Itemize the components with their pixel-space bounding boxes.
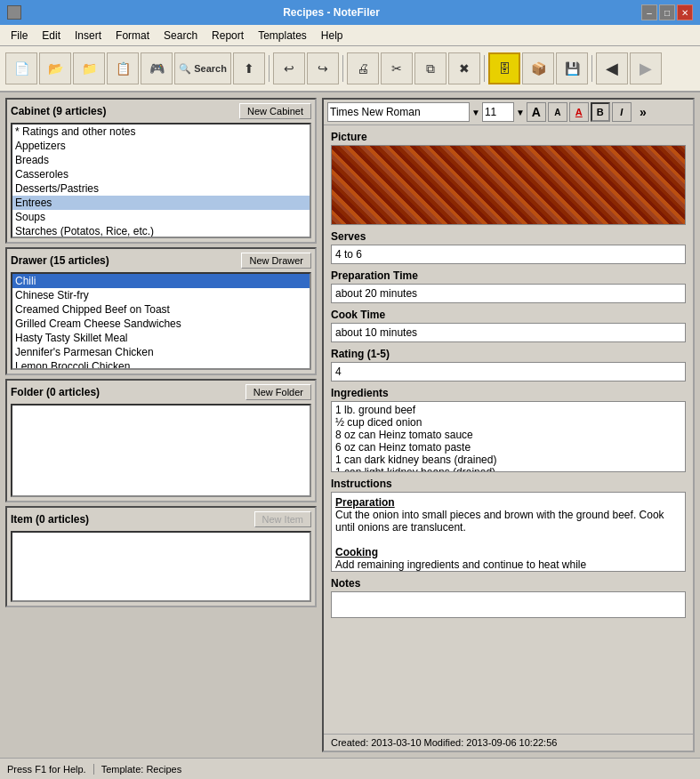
undo-button[interactable]: ↩	[273, 52, 305, 84]
minimize-button[interactable]: –	[641, 4, 657, 20]
folder-header: Folder (0 articles) New Folder	[11, 384, 311, 400]
list-item[interactable]: Jennifer's Parmesan Chicken	[12, 345, 310, 359]
ingredients-label: Ingredients	[331, 387, 686, 399]
format-expand-button[interactable]: »	[633, 102, 653, 122]
item-list[interactable]	[11, 531, 311, 602]
folder-list[interactable]	[11, 404, 311, 497]
rating-label: Rating (1-5)	[331, 348, 686, 360]
italic-button[interactable]: I	[612, 102, 632, 122]
new-drawer-button[interactable]: New Drawer	[241, 253, 311, 269]
left-panel: Cabinet (9 articles) New Cabinet * Ratin…	[5, 98, 317, 752]
item-section: Item (0 articles) New Item	[5, 506, 317, 607]
template-text: Template: Recipes	[101, 764, 182, 775]
forward-button[interactable]: ▶	[630, 52, 662, 84]
list-item[interactable]: Hasty Tasty Skillet Meal	[12, 331, 310, 345]
ingredients-area[interactable]: 1 lb. ground beef ½ cup diced onion 8 oz…	[331, 401, 686, 472]
menu-format[interactable]: Format	[109, 25, 157, 45]
font-shrink-button[interactable]: A	[548, 102, 567, 122]
open-button[interactable]: 📂	[39, 52, 71, 84]
new-item-button[interactable]: New Item	[254, 511, 311, 527]
back-button[interactable]: ◀	[596, 52, 628, 84]
font-grow-button[interactable]: A	[527, 102, 546, 122]
font-size-dropdown-icon[interactable]: ▼	[516, 108, 525, 117]
font-color-button[interactable]: A	[569, 102, 589, 122]
list-item[interactable]: * Ratings and other notes	[12, 124, 310, 139]
instructions-area[interactable]: Preparation Cut the onion into small pie…	[331, 492, 686, 572]
font-select[interactable]	[327, 102, 470, 122]
export-button[interactable]: 📋	[107, 52, 139, 84]
new-folder-button[interactable]: New Folder	[245, 384, 311, 400]
instructions-preparation: Preparation	[335, 496, 681, 509]
list-item-entrees[interactable]: Entrees	[12, 196, 310, 210]
created-bar: Created: 2013-03-10 Modified: 2013-09-06…	[324, 734, 693, 751]
menu-search[interactable]: Search	[157, 25, 205, 45]
list-item[interactable]: Creamed Chipped Beef on Toast	[12, 302, 310, 317]
instructions-cooking: Cooking	[335, 546, 681, 558]
drawer-header: Drawer (15 articles) New Drawer	[11, 253, 311, 269]
list-item[interactable]: Lemon Broccoli Chicken	[12, 359, 310, 370]
menubar: File Edit Insert Format Search Report Te…	[0, 25, 700, 46]
font-dropdown-icon[interactable]: ▼	[471, 108, 480, 117]
cabinet-header: Cabinet (9 articles) New Cabinet	[11, 103, 311, 119]
drawer-title: Drawer (15 articles)	[11, 254, 109, 267]
delete-button[interactable]: ✖	[448, 52, 480, 84]
redo-button[interactable]: ↪	[307, 52, 339, 84]
new-cabinet-button[interactable]: New Cabinet	[239, 103, 311, 119]
cook-time-field[interactable]	[331, 323, 686, 342]
menu-report[interactable]: Report	[205, 25, 251, 45]
toolbar-separator-4	[591, 55, 592, 82]
joystick-button[interactable]: 🎮	[141, 52, 173, 84]
list-item[interactable]: Soups	[12, 210, 310, 224]
picture-image	[332, 146, 685, 224]
save-new-button[interactable]: 📁	[73, 52, 105, 84]
app-icon	[7, 5, 21, 20]
list-item[interactable]: Appetizers	[12, 139, 310, 153]
cabinet-list[interactable]: * Ratings and other notes Appetizers Bre…	[11, 123, 311, 238]
cabinet-title: Cabinet (9 articles)	[11, 105, 106, 117]
ingredient-line: 6 oz can Heinz tomato paste	[335, 441, 681, 454]
ingredient-line: 1 lb. ground beef	[335, 404, 681, 416]
titlebar: Recipes - NoteFiler – □ ✕	[0, 0, 700, 25]
prep-time-field[interactable]	[331, 284, 686, 303]
search-icon: 🔍	[179, 63, 191, 75]
copy-button[interactable]: ⧉	[414, 52, 447, 84]
menu-file[interactable]: File	[4, 25, 35, 45]
rating-field[interactable]	[331, 362, 686, 381]
menu-help[interactable]: Help	[314, 25, 350, 45]
search-button[interactable]: 🔍 Search	[174, 52, 231, 84]
floppy-button[interactable]: 💾	[556, 52, 588, 84]
ingredient-line: 8 oz can Heinz tomato sauce	[335, 429, 681, 441]
drawer2-button[interactable]: 📦	[522, 52, 554, 84]
list-item[interactable]: Chinese Stir-fry	[12, 288, 310, 302]
print-button[interactable]: 🖨	[347, 52, 379, 84]
list-item[interactable]: Casseroles	[12, 167, 310, 181]
picture-label: Picture	[331, 131, 686, 143]
item-title: Item (0 articles)	[11, 513, 89, 526]
close-button[interactable]: ✕	[677, 4, 693, 20]
drawer-list[interactable]: Chili Chinese Stir-fry Creamed Chipped B…	[11, 272, 311, 370]
menu-edit[interactable]: Edit	[35, 25, 68, 45]
list-item[interactable]: Breads	[12, 153, 310, 167]
list-item[interactable]: Desserts/Pastries	[12, 181, 310, 196]
drawer-section: Drawer (15 articles) New Drawer Chili Ch…	[5, 247, 317, 375]
right-panel: ▼ ▼ A A A B I » Picture Serves Preparati…	[322, 98, 695, 752]
serves-field[interactable]	[331, 245, 686, 264]
new-doc-button[interactable]: 📄	[5, 52, 37, 84]
instructions-prep-text: Cut the onion into small pieces and brow…	[335, 509, 681, 534]
font-size-select[interactable]	[482, 102, 514, 122]
notes-area[interactable]	[331, 591, 686, 618]
menu-templates[interactable]: Templates	[251, 25, 314, 45]
picture-box	[331, 145, 686, 225]
list-item[interactable]: Starches (Potatos, Rice, etc.)	[12, 224, 310, 238]
maximize-button[interactable]: □	[659, 4, 675, 20]
cabinet-button[interactable]: 🗄	[488, 52, 520, 84]
bold-button[interactable]: B	[591, 102, 610, 122]
help-text: Press F1 for Help.	[7, 764, 94, 775]
list-item-chili[interactable]: Chili	[12, 274, 310, 288]
folder-title: Folder (0 articles)	[11, 386, 100, 398]
cut-button[interactable]: ✂	[381, 52, 413, 84]
bump-button[interactable]: ⬆	[233, 52, 265, 84]
toolbar: 📄 📂 📁 📋 🎮 🔍 Search ⬆ ↩ ↪ 🖨 ✂ ⧉ ✖ 🗄 📦 💾 ◀…	[0, 46, 700, 92]
list-item[interactable]: Grilled Cream Cheese Sandwiches	[12, 317, 310, 331]
menu-insert[interactable]: Insert	[68, 25, 109, 45]
